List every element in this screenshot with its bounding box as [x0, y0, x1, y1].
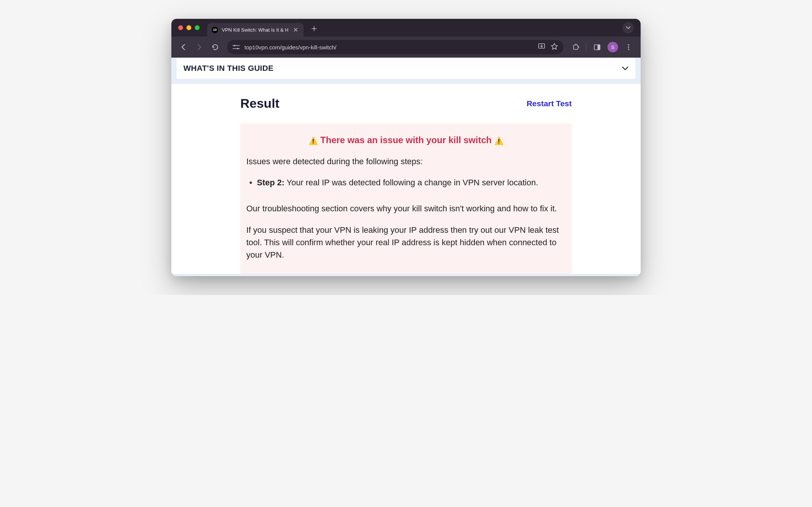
- back-button[interactable]: [177, 40, 190, 54]
- star-icon: [551, 43, 558, 50]
- menu-button[interactable]: [622, 40, 635, 54]
- browser-window: 10 VPN Kill Switch: What Is It & H: [171, 19, 641, 276]
- kebab-icon: [625, 44, 632, 50]
- svg-point-5: [628, 44, 629, 45]
- arrow-left-icon: [180, 43, 187, 51]
- tune-icon: [232, 44, 240, 50]
- install-app-button[interactable]: [538, 43, 545, 52]
- tabs-dropdown-button[interactable]: [623, 22, 634, 34]
- reload-icon: [212, 44, 219, 51]
- profile-avatar: S: [607, 42, 618, 52]
- puzzle-icon: [572, 44, 579, 51]
- troubleshooting-paragraph: Our troubleshooting section covers why y…: [246, 202, 566, 215]
- issue-text: Your real IP was detected following a ch…: [284, 178, 538, 187]
- install-icon: [538, 43, 545, 50]
- extensions-button[interactable]: [569, 40, 582, 54]
- close-window-button[interactable]: [178, 25, 183, 30]
- main-area: Result Restart Test ⚠️ There was an issu…: [171, 84, 641, 274]
- site-settings-button[interactable]: [232, 44, 240, 50]
- issue-step-label: Step 2:: [257, 178, 284, 187]
- svg-point-6: [628, 46, 629, 47]
- tab-title: VPN Kill Switch: What Is It & H: [222, 27, 288, 33]
- url-text: top10vpn.com/guides/vpn-kill-switch/: [244, 44, 533, 50]
- maximize-window-button[interactable]: [195, 25, 200, 30]
- alert-text: There was an issue with your kill switch: [321, 135, 492, 145]
- tab-favicon: 10: [212, 27, 218, 33]
- window-controls: [178, 25, 200, 30]
- panel-icon: [594, 44, 601, 51]
- side-panel-button[interactable]: [590, 40, 604, 54]
- leak-test-paragraph: If you suspect that your VPN is leaking …: [246, 224, 566, 261]
- reload-button[interactable]: [208, 40, 222, 54]
- issues-intro: Issues were detected during the followin…: [246, 157, 566, 166]
- guide-toc-label: WHAT'S IN THIS GUIDE: [183, 64, 273, 73]
- minimize-window-button[interactable]: [186, 25, 191, 30]
- toolbar: top10vpn.com/guides/vpn-kill-switch/ S: [171, 37, 641, 58]
- chevron-down-icon: [626, 26, 630, 29]
- close-icon: [293, 27, 298, 32]
- page-content: WHAT'S IN THIS GUIDE Result Restart Test…: [171, 58, 641, 276]
- close-tab-button[interactable]: [292, 26, 299, 33]
- chevron-down-icon: [622, 66, 629, 70]
- warning-icon: ⚠️: [494, 137, 504, 145]
- warning-icon: ⚠️: [308, 137, 318, 145]
- plus-icon: [311, 26, 317, 31]
- bookmark-button[interactable]: [551, 43, 558, 52]
- svg-point-7: [628, 49, 629, 50]
- profile-button[interactable]: S: [606, 40, 620, 54]
- result-alert-box: ⚠️ There was an issue with your kill swi…: [240, 124, 572, 274]
- result-heading: Result: [240, 96, 279, 111]
- issue-item: Step 2: Your real IP was detected follow…: [248, 177, 566, 189]
- issue-list: Step 2: Your real IP was detected follow…: [246, 177, 566, 189]
- guide-toc-toggle[interactable]: WHAT'S IN THIS GUIDE: [177, 58, 635, 79]
- arrow-right-icon: [195, 43, 203, 51]
- alert-message: ⚠️ There was an issue with your kill swi…: [246, 135, 566, 145]
- address-bar[interactable]: top10vpn.com/guides/vpn-kill-switch/: [227, 40, 563, 54]
- browser-tab[interactable]: 10 VPN Kill Switch: What Is It & H: [207, 23, 304, 37]
- svg-rect-4: [597, 44, 600, 49]
- restart-test-link[interactable]: Restart Test: [527, 99, 572, 108]
- forward-button[interactable]: [192, 40, 206, 54]
- titlebar: 10 VPN Kill Switch: What Is It & H: [171, 19, 641, 37]
- toolbar-divider: [586, 43, 586, 52]
- new-tab-button[interactable]: [309, 23, 319, 34]
- result-header: Result Restart Test: [240, 96, 572, 111]
